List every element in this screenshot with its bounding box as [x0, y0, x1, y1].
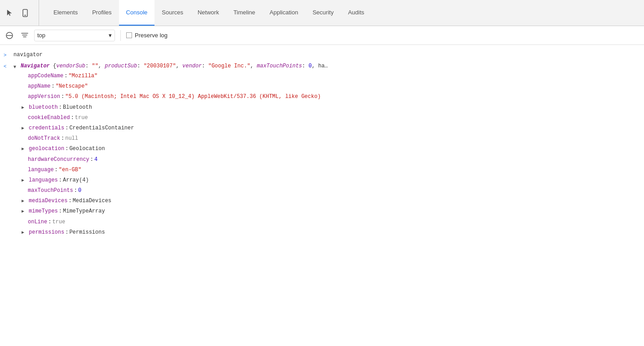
prop-key: mediaDevices — [29, 197, 67, 205]
expand-arrow[interactable] — [22, 145, 28, 153]
property-row: appName: "Netscape" — [0, 81, 644, 92]
prop-key: permissions — [29, 228, 64, 237]
prop-val: MimeTypeArray — [63, 207, 105, 216]
clear-console-button[interactable] — [4, 30, 15, 41]
preserve-log-label: Preserve log — [135, 32, 168, 39]
context-selector[interactable]: top ▾ — [34, 30, 115, 41]
navigator-expand-arrow[interactable] — [13, 63, 19, 69]
tab-elements[interactable]: Elements — [46, 0, 85, 26]
prop-key: languages — [29, 176, 58, 185]
tab-console[interactable]: Console — [119, 0, 155, 26]
prop-val: "Netscape" — [56, 82, 88, 91]
expand-arrow[interactable] — [22, 176, 28, 184]
prop-val: "en-GB" — [59, 166, 81, 174]
prop-val: "5.0 (Macintosh; Intel Mac OS X 10_12_4)… — [65, 93, 321, 101]
prop-key: maxTouchPoints — [28, 186, 73, 195]
tab-timeline[interactable]: Timeline — [226, 0, 263, 26]
property-row: mimeTypes: MimeTypeArray — [0, 206, 644, 217]
console-input-row: > navigator — [0, 49, 644, 61]
prop-val: Bluetooth — [63, 103, 92, 112]
output-arrow: < — [4, 63, 11, 69]
prop-key: appCodeName — [28, 72, 63, 80]
property-row: mediaDevices: MediaDevices — [0, 196, 644, 206]
toolbar-divider — [120, 30, 121, 41]
property-row: language: "en-GB" — [0, 165, 644, 175]
tab-sources[interactable]: Sources — [154, 0, 190, 26]
expand-arrow[interactable] — [22, 228, 28, 236]
console-toolbar: top ▾ Preserve log — [0, 26, 644, 45]
prop-val: 0 — [78, 186, 81, 195]
prop-key: appName — [28, 82, 50, 91]
property-row: maxTouchPoints: 0 — [0, 186, 644, 196]
prop-key: bluetooth — [29, 103, 58, 112]
property-row: bluetooth: Bluetooth — [0, 102, 644, 113]
prop-key: language — [28, 166, 54, 174]
tab-audits[interactable]: Audits — [341, 0, 371, 26]
devtools-icons — [4, 0, 39, 26]
prop-val: true — [52, 218, 65, 226]
prop-key: onLine — [28, 218, 47, 226]
expand-arrow[interactable] — [22, 124, 28, 132]
prop-key: geolocation — [29, 145, 64, 153]
prop-val: "Mozilla" — [68, 72, 97, 80]
prop-key: credentials — [29, 124, 64, 133]
navigator-output-row: < Navigator {vendorSub: "", productSub: … — [0, 61, 644, 71]
context-dropdown-arrow: ▾ — [109, 32, 112, 39]
properties-container: appCodeName: "Mozilla"appName: "Netscape… — [0, 71, 644, 238]
property-row: onLine: true — [0, 217, 644, 227]
property-row: geolocation: Geolocation — [0, 144, 644, 154]
prop-key: appVersion — [28, 93, 60, 101]
tab-application[interactable]: Application — [262, 0, 305, 26]
property-row: appVersion: "5.0 (Macintosh; Intel Mac O… — [0, 92, 644, 102]
tab-bar: Elements Profiles Console Sources Networ… — [0, 0, 644, 26]
prop-val: CredentialsContainer — [69, 124, 134, 133]
expand-arrow[interactable] — [22, 103, 28, 111]
prop-key: cookieEnabled — [28, 114, 70, 122]
context-value: top — [37, 32, 45, 39]
filter-button[interactable] — [19, 30, 31, 41]
property-row: languages: Array(4) — [0, 175, 644, 186]
input-arrow: > — [4, 52, 11, 58]
prop-val: true — [75, 114, 88, 122]
prop-key: doNotTrack — [28, 134, 60, 143]
prop-key: mimeTypes — [29, 207, 58, 216]
property-row: cookieEnabled: true — [0, 113, 644, 123]
property-row: appCodeName: "Mozilla" — [0, 71, 644, 81]
console-output: > navigator < Navigator {vendorSub: "", … — [0, 45, 644, 346]
prop-val: Array(4) — [63, 176, 89, 185]
prop-val: Geolocation — [69, 145, 105, 153]
console-input-text: navigator — [13, 52, 43, 58]
tab-network[interactable]: Network — [190, 0, 226, 26]
expand-arrow[interactable] — [22, 197, 28, 205]
navigator-class-name: Navigator — [21, 63, 53, 69]
property-row: doNotTrack: null — [0, 133, 644, 144]
tab-security[interactable]: Security — [305, 0, 341, 26]
property-row: permissions: Permissions — [0, 227, 644, 238]
mobile-icon[interactable] — [19, 7, 31, 19]
prop-val: MediaDevices — [73, 197, 111, 205]
cursor-icon[interactable] — [4, 7, 16, 19]
prop-val: Permissions — [69, 228, 105, 237]
prop-val: 4 — [94, 155, 97, 164]
property-row: credentials: CredentialsContainer — [0, 123, 644, 133]
prop-key: hardwareConcurrency — [28, 155, 89, 164]
preserve-log-checkbox[interactable] — [126, 32, 132, 38]
expand-arrow[interactable] — [22, 207, 28, 215]
prop-val: null — [65, 134, 78, 143]
tab-profiles[interactable]: Profiles — [85, 0, 119, 26]
preserve-log-area[interactable]: Preserve log — [126, 32, 168, 39]
property-row: hardwareConcurrency: 4 — [0, 155, 644, 165]
